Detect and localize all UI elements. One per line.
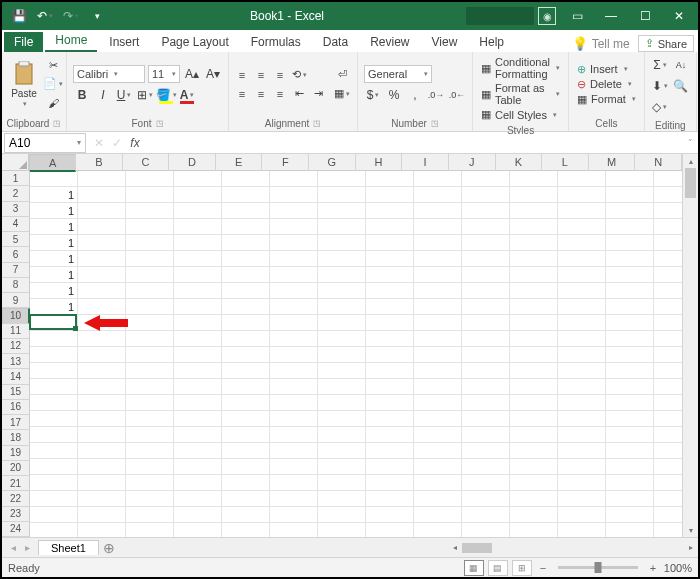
cell[interactable]	[366, 203, 414, 219]
cell[interactable]	[606, 523, 654, 537]
cell[interactable]	[462, 203, 510, 219]
cell[interactable]	[174, 363, 222, 379]
cell[interactable]	[126, 475, 174, 491]
cell[interactable]	[462, 411, 510, 427]
cell[interactable]	[606, 187, 654, 203]
cell[interactable]	[462, 171, 510, 187]
cell[interactable]: 1	[30, 235, 78, 251]
cell[interactable]	[318, 283, 366, 299]
comma-icon[interactable]: ,	[406, 86, 424, 104]
insert-cells-button[interactable]: ⊕Insert▾	[577, 63, 636, 76]
cancel-formula-icon[interactable]: ✕	[90, 136, 108, 150]
cell[interactable]	[318, 395, 366, 411]
cell[interactable]	[78, 379, 126, 395]
align-middle-icon[interactable]: ≡	[252, 67, 270, 83]
save-icon[interactable]: 💾	[8, 6, 30, 26]
cell[interactable]	[654, 187, 682, 203]
row-header[interactable]: 16	[2, 400, 30, 415]
cell[interactable]	[366, 347, 414, 363]
cell[interactable]	[606, 283, 654, 299]
cell[interactable]	[414, 171, 462, 187]
cell[interactable]	[270, 411, 318, 427]
cell[interactable]	[462, 443, 510, 459]
cell[interactable]	[174, 315, 222, 331]
cell[interactable]	[654, 363, 682, 379]
zoom-in-icon[interactable]: +	[646, 562, 660, 574]
column-header[interactable]: B	[76, 154, 123, 171]
number-dialog-icon[interactable]: ◳	[431, 119, 439, 128]
paste-button[interactable]: Paste ▾	[6, 54, 42, 114]
cell[interactable]	[174, 251, 222, 267]
cell[interactable]	[654, 171, 682, 187]
cut-icon[interactable]: ✂	[44, 57, 62, 73]
tab-insert[interactable]: Insert	[99, 32, 149, 52]
cell[interactable]	[606, 251, 654, 267]
cell[interactable]: 1	[30, 219, 78, 235]
cell[interactable]	[558, 459, 606, 475]
cell[interactable]	[30, 315, 78, 331]
cell[interactable]	[462, 395, 510, 411]
cell[interactable]	[222, 219, 270, 235]
cell[interactable]	[606, 395, 654, 411]
accounting-icon[interactable]: $▾	[364, 86, 382, 104]
cell[interactable]	[654, 299, 682, 315]
cell[interactable]	[174, 299, 222, 315]
cell[interactable]: 1	[30, 187, 78, 203]
cell[interactable]	[462, 379, 510, 395]
tab-file[interactable]: File	[4, 32, 43, 52]
cell[interactable]	[126, 187, 174, 203]
border-button[interactable]: ⊞▾	[136, 86, 154, 104]
row-header[interactable]: 12	[2, 339, 30, 354]
cell[interactable]	[270, 203, 318, 219]
cell[interactable]	[270, 507, 318, 523]
cell[interactable]	[318, 331, 366, 347]
tab-view[interactable]: View	[422, 32, 468, 52]
font-name-select[interactable]: Calibri▾	[73, 65, 145, 83]
cell[interactable]	[30, 331, 78, 347]
cell[interactable]	[366, 363, 414, 379]
cell[interactable]	[510, 187, 558, 203]
cell[interactable]	[222, 491, 270, 507]
cell[interactable]	[174, 507, 222, 523]
cell[interactable]	[222, 299, 270, 315]
cell[interactable]	[126, 283, 174, 299]
cell[interactable]	[30, 491, 78, 507]
orientation-icon[interactable]: ⟲▾	[290, 67, 308, 83]
maximize-icon[interactable]: ☐	[628, 6, 662, 26]
row-header[interactable]: 15	[2, 385, 30, 400]
vertical-scrollbar[interactable]: ▴ ▾	[682, 154, 698, 537]
cell[interactable]	[174, 427, 222, 443]
cell[interactable]	[30, 347, 78, 363]
cell[interactable]	[510, 523, 558, 537]
cell[interactable]	[462, 363, 510, 379]
cell[interactable]	[222, 475, 270, 491]
expand-formula-bar-icon[interactable]: ˅	[682, 138, 698, 148]
row-header[interactable]: 22	[2, 491, 30, 506]
cell[interactable]	[606, 443, 654, 459]
cell[interactable]	[606, 299, 654, 315]
cell[interactable]	[174, 235, 222, 251]
cell[interactable]	[318, 491, 366, 507]
cell[interactable]	[318, 235, 366, 251]
zoom-level[interactable]: 100%	[664, 562, 692, 574]
cell[interactable]	[222, 411, 270, 427]
cell[interactable]	[414, 251, 462, 267]
cell[interactable]	[174, 203, 222, 219]
cell[interactable]	[366, 331, 414, 347]
cell[interactable]	[318, 203, 366, 219]
cell[interactable]	[126, 267, 174, 283]
cell[interactable]	[222, 363, 270, 379]
minimize-icon[interactable]: —	[594, 6, 628, 26]
column-header[interactable]: I	[402, 154, 449, 171]
account-box[interactable]	[466, 7, 534, 25]
column-header[interactable]: F	[262, 154, 309, 171]
cell[interactable]	[126, 315, 174, 331]
cell[interactable]	[414, 379, 462, 395]
delete-cells-button[interactable]: ⊖Delete▾	[577, 78, 636, 91]
bold-button[interactable]: B	[73, 86, 91, 104]
cell[interactable]	[510, 171, 558, 187]
cell[interactable]	[510, 203, 558, 219]
number-format-select[interactable]: General▾	[364, 65, 432, 83]
cell[interactable]	[222, 267, 270, 283]
row-header[interactable]: 3	[2, 202, 30, 217]
